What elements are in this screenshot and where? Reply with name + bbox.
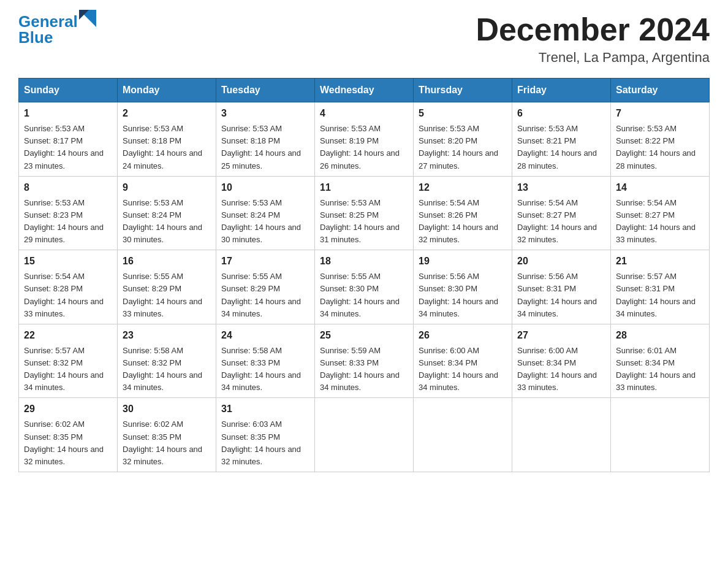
col-header-sunday: Sunday [19, 79, 118, 102]
calendar-week-row: 15Sunrise: 5:54 AMSunset: 8:28 PMDayligh… [19, 250, 710, 324]
calendar-cell: 7Sunrise: 5:53 AMSunset: 8:22 PMDaylight… [611, 102, 710, 177]
col-header-wednesday: Wednesday [315, 79, 414, 102]
day-number: 9 [123, 180, 211, 195]
day-number: 5 [419, 106, 507, 121]
calendar-cell [414, 398, 512, 472]
calendar-week-row: 29Sunrise: 6:02 AMSunset: 8:35 PMDayligh… [19, 398, 710, 472]
logo-arrow-icon [79, 10, 96, 27]
calendar-cell: 25Sunrise: 5:59 AMSunset: 8:33 PMDayligh… [315, 324, 414, 398]
day-number: 25 [320, 328, 408, 343]
calendar-cell: 4Sunrise: 5:53 AMSunset: 8:19 PMDaylight… [315, 102, 414, 177]
calendar-cell: 1Sunrise: 5:53 AMSunset: 8:17 PMDaylight… [19, 102, 118, 177]
day-number: 30 [123, 402, 211, 416]
title-section: December 2024 Trenel, La Pampa, Argentin… [476, 12, 710, 66]
day-info: Sunrise: 5:56 AMSunset: 8:30 PMDaylight:… [419, 270, 507, 320]
calendar-cell: 30Sunrise: 6:02 AMSunset: 8:35 PMDayligh… [118, 398, 216, 472]
calendar-cell: 21Sunrise: 5:57 AMSunset: 8:31 PMDayligh… [611, 250, 710, 324]
calendar-cell: 8Sunrise: 5:53 AMSunset: 8:23 PMDaylight… [19, 176, 118, 250]
calendar-cell: 28Sunrise: 6:01 AMSunset: 8:34 PMDayligh… [611, 324, 710, 398]
calendar-cell: 9Sunrise: 5:53 AMSunset: 8:24 PMDaylight… [118, 176, 216, 250]
day-number: 3 [221, 106, 309, 121]
calendar-cell: 20Sunrise: 5:56 AMSunset: 8:31 PMDayligh… [512, 250, 611, 324]
calendar-cell: 26Sunrise: 6:00 AMSunset: 8:34 PMDayligh… [414, 324, 512, 398]
calendar-cell: 6Sunrise: 5:53 AMSunset: 8:21 PMDaylight… [512, 102, 611, 177]
col-header-tuesday: Tuesday [216, 79, 315, 102]
day-info: Sunrise: 5:55 AMSunset: 8:29 PMDaylight:… [123, 270, 211, 320]
day-info: Sunrise: 5:55 AMSunset: 8:30 PMDaylight:… [320, 270, 408, 320]
day-info: Sunrise: 5:53 AMSunset: 8:23 PMDaylight:… [24, 197, 112, 247]
day-info: Sunrise: 5:54 AMSunset: 8:27 PMDaylight:… [616, 197, 704, 247]
calendar-cell: 17Sunrise: 5:55 AMSunset: 8:29 PMDayligh… [216, 250, 315, 324]
day-number: 6 [517, 106, 605, 121]
calendar-cell: 10Sunrise: 5:53 AMSunset: 8:24 PMDayligh… [216, 176, 315, 250]
day-number: 20 [517, 254, 605, 269]
day-info: Sunrise: 6:00 AMSunset: 8:34 PMDaylight:… [419, 345, 507, 394]
calendar-week-row: 1Sunrise: 5:53 AMSunset: 8:17 PMDaylight… [19, 102, 710, 177]
calendar-cell [315, 398, 414, 472]
day-info: Sunrise: 5:53 AMSunset: 8:22 PMDaylight:… [616, 123, 704, 172]
day-info: Sunrise: 5:53 AMSunset: 8:17 PMDaylight:… [24, 123, 112, 172]
calendar-cell: 27Sunrise: 6:00 AMSunset: 8:34 PMDayligh… [512, 324, 611, 398]
calendar-cell: 22Sunrise: 5:57 AMSunset: 8:32 PMDayligh… [19, 324, 118, 398]
calendar-cell [611, 398, 710, 472]
day-number: 7 [616, 106, 704, 121]
day-number: 21 [616, 254, 704, 269]
day-info: Sunrise: 5:57 AMSunset: 8:31 PMDaylight:… [616, 270, 704, 320]
day-number: 4 [320, 106, 408, 121]
calendar-cell: 19Sunrise: 5:56 AMSunset: 8:30 PMDayligh… [414, 250, 512, 324]
calendar-cell: 12Sunrise: 5:54 AMSunset: 8:26 PMDayligh… [414, 176, 512, 250]
day-number: 8 [24, 180, 112, 195]
calendar-cell: 31Sunrise: 6:03 AMSunset: 8:35 PMDayligh… [216, 398, 315, 472]
day-number: 29 [24, 402, 112, 416]
day-info: Sunrise: 6:02 AMSunset: 8:35 PMDaylight:… [24, 418, 112, 468]
day-number: 24 [221, 328, 309, 343]
day-number: 18 [320, 254, 408, 269]
calendar-cell: 29Sunrise: 6:02 AMSunset: 8:35 PMDayligh… [19, 398, 118, 472]
day-number: 12 [419, 180, 507, 195]
day-info: Sunrise: 5:53 AMSunset: 8:24 PMDaylight:… [123, 197, 211, 247]
day-number: 27 [517, 328, 605, 343]
day-info: Sunrise: 6:01 AMSunset: 8:34 PMDaylight:… [616, 345, 704, 394]
day-info: Sunrise: 5:53 AMSunset: 8:18 PMDaylight:… [221, 123, 309, 172]
calendar-cell: 18Sunrise: 5:55 AMSunset: 8:30 PMDayligh… [315, 250, 414, 324]
logo-blue-text: Blue [18, 28, 96, 47]
calendar-cell: 2Sunrise: 5:53 AMSunset: 8:18 PMDaylight… [118, 102, 216, 177]
day-number: 28 [616, 328, 704, 343]
calendar-cell: 14Sunrise: 5:54 AMSunset: 8:27 PMDayligh… [611, 176, 710, 250]
day-info: Sunrise: 5:53 AMSunset: 8:18 PMDaylight:… [123, 123, 211, 172]
day-info: Sunrise: 5:56 AMSunset: 8:31 PMDaylight:… [517, 270, 605, 320]
calendar-cell: 16Sunrise: 5:55 AMSunset: 8:29 PMDayligh… [118, 250, 216, 324]
day-info: Sunrise: 5:59 AMSunset: 8:33 PMDaylight:… [320, 345, 408, 394]
calendar-table: SundayMondayTuesdayWednesdayThursdayFrid… [18, 78, 710, 472]
day-info: Sunrise: 5:53 AMSunset: 8:24 PMDaylight:… [221, 197, 309, 247]
day-number: 26 [419, 328, 507, 343]
day-number: 23 [123, 328, 211, 343]
day-info: Sunrise: 5:54 AMSunset: 8:27 PMDaylight:… [517, 197, 605, 247]
day-info: Sunrise: 6:02 AMSunset: 8:35 PMDaylight:… [123, 418, 211, 468]
day-info: Sunrise: 5:55 AMSunset: 8:29 PMDaylight:… [221, 270, 309, 320]
calendar-cell: 23Sunrise: 5:58 AMSunset: 8:32 PMDayligh… [118, 324, 216, 398]
day-number: 15 [24, 254, 112, 269]
col-header-saturday: Saturday [611, 79, 710, 102]
day-info: Sunrise: 6:00 AMSunset: 8:34 PMDaylight:… [517, 345, 605, 394]
col-header-thursday: Thursday [414, 79, 512, 102]
calendar-cell: 11Sunrise: 5:53 AMSunset: 8:25 PMDayligh… [315, 176, 414, 250]
day-number: 10 [221, 180, 309, 195]
calendar-cell: 3Sunrise: 5:53 AMSunset: 8:18 PMDaylight… [216, 102, 315, 177]
calendar-header-row: SundayMondayTuesdayWednesdayThursdayFrid… [19, 79, 710, 102]
day-info: Sunrise: 5:53 AMSunset: 8:20 PMDaylight:… [419, 123, 507, 172]
calendar-cell: 15Sunrise: 5:54 AMSunset: 8:28 PMDayligh… [19, 250, 118, 324]
day-number: 19 [419, 254, 507, 269]
day-info: Sunrise: 5:54 AMSunset: 8:26 PMDaylight:… [419, 197, 507, 247]
col-header-friday: Friday [512, 79, 611, 102]
calendar-week-row: 8Sunrise: 5:53 AMSunset: 8:23 PMDaylight… [19, 176, 710, 250]
day-number: 22 [24, 328, 112, 343]
day-number: 31 [221, 402, 309, 416]
day-number: 11 [320, 180, 408, 195]
day-number: 2 [123, 106, 211, 121]
calendar-week-row: 22Sunrise: 5:57 AMSunset: 8:32 PMDayligh… [19, 324, 710, 398]
calendar-cell [512, 398, 611, 472]
day-info: Sunrise: 5:53 AMSunset: 8:25 PMDaylight:… [320, 197, 408, 247]
day-info: Sunrise: 5:58 AMSunset: 8:33 PMDaylight:… [221, 345, 309, 394]
location-text: Trenel, La Pampa, Argentina [476, 50, 710, 66]
